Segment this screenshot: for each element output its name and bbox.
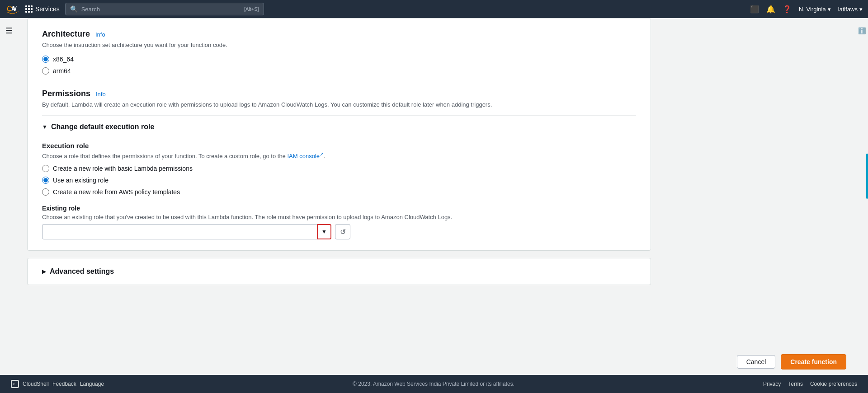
search-input[interactable]: [81, 6, 241, 13]
permissions-info-link[interactable]: Info: [96, 91, 106, 98]
search-icon: 🔍: [70, 5, 78, 13]
permissions-section: Permissions Info By default, Lambda will…: [42, 89, 636, 108]
bell-icon[interactable]: 🔔: [766, 5, 775, 14]
role-dropdown-arrow-button[interactable]: ▼: [317, 224, 331, 239]
existing-role-select-wrapper: ▼: [42, 224, 331, 239]
apps-grid-icon: [25, 5, 33, 13]
existing-role-select-row: ▼ ↺: [42, 224, 636, 239]
user-menu[interactable]: latifaws ▾: [838, 6, 863, 13]
architecture-title: Architecture: [42, 29, 90, 39]
main-content: Architecture Info Choose the instruction…: [0, 18, 669, 328]
role-from-template-label: Create a new role from AWS policy templa…: [53, 188, 180, 196]
iam-console-link[interactable]: IAM console: [287, 153, 320, 159]
existing-role-label: Existing role: [42, 205, 636, 212]
execution-role-collapsible: ▼ Change default execution role Executio…: [42, 115, 636, 239]
execution-role-sub-desc: Choose a role that defines the permissio…: [42, 151, 636, 159]
region-selector[interactable]: N. Virginia ▾: [799, 6, 831, 13]
refresh-roles-button[interactable]: ↺: [335, 224, 350, 239]
role-use-existing-radio[interactable]: [42, 177, 49, 184]
nav-right: ⬛ 🔔 ❓ N. Virginia ▾ latifaws ▾: [750, 5, 863, 14]
execution-role-header[interactable]: ▼ Change default execution role: [42, 115, 636, 135]
existing-role-description: Choose an existing role that you've crea…: [42, 214, 636, 220]
services-label: Services: [35, 5, 60, 13]
role-from-template-radio[interactable]: [42, 188, 49, 196]
architecture-info-link[interactable]: Info: [95, 31, 105, 38]
help-icon[interactable]: ❓: [783, 5, 792, 14]
role-use-existing-label: Use an existing role: [53, 177, 108, 184]
architecture-description: Choose the instruction set architecture …: [42, 42, 636, 48]
page-info-icon[interactable]: ℹ️: [855, 22, 868, 40]
search-bar[interactable]: 🔍 [Alt+S]: [65, 3, 264, 15]
architecture-x86-option[interactable]: x86_64: [42, 56, 636, 63]
architecture-x86-label: x86_64: [53, 56, 74, 63]
existing-role-field: Existing role Choose an existing role th…: [42, 205, 636, 239]
role-from-template-option[interactable]: Create a new role from AWS policy templa…: [42, 188, 636, 196]
execution-role-sub-title: Execution role: [42, 142, 636, 150]
permissions-description: By default, Lambda will create an execut…: [42, 101, 636, 108]
role-create-new-radio[interactable]: [42, 165, 49, 172]
architecture-arm64-radio[interactable]: [42, 67, 49, 75]
existing-role-select[interactable]: [42, 224, 331, 239]
advanced-settings-card: ▶ Advanced settings: [27, 258, 651, 285]
advanced-settings-header[interactable]: ▶ Advanced settings: [42, 258, 636, 285]
architecture-card: Architecture Info Choose the instruction…: [27, 18, 651, 251]
architecture-arm64-option[interactable]: arm64: [42, 67, 636, 75]
aws-logo[interactable]: [5, 5, 20, 14]
role-create-new-option[interactable]: Create a new role with basic Lambda perm…: [42, 165, 636, 172]
architecture-radio-group: x86_64 arm64: [42, 56, 636, 75]
execution-role-radio-group: Create a new role with basic Lambda perm…: [42, 165, 636, 196]
architecture-x86-radio[interactable]: [42, 56, 49, 63]
services-menu[interactable]: Services: [25, 5, 60, 13]
permissions-title: Permissions: [42, 89, 90, 98]
scroll-indicator: [866, 154, 868, 199]
search-shortcut: [Alt+S]: [244, 6, 259, 12]
execution-role-title: Change default execution role: [51, 123, 154, 131]
role-create-new-label: Create a new role with basic Lambda perm…: [53, 165, 193, 172]
terminal-icon[interactable]: ⬛: [750, 5, 759, 14]
sidebar-toggle[interactable]: ☰: [0, 22, 18, 40]
top-navigation: Services 🔍 [Alt+S] ⬛ 🔔 ❓ N. Virginia ▾ l…: [0, 0, 868, 18]
advanced-settings-title: Advanced settings: [50, 267, 114, 276]
architecture-header: Architecture Info: [42, 29, 636, 39]
execution-role-body: Execution role Choose a role that define…: [42, 142, 636, 239]
role-use-existing-option[interactable]: Use an existing role: [42, 177, 636, 184]
architecture-arm64-label: arm64: [53, 67, 71, 75]
advanced-arrow-icon: ▶: [42, 268, 46, 275]
execution-role-arrow-icon: ▼: [42, 124, 47, 130]
